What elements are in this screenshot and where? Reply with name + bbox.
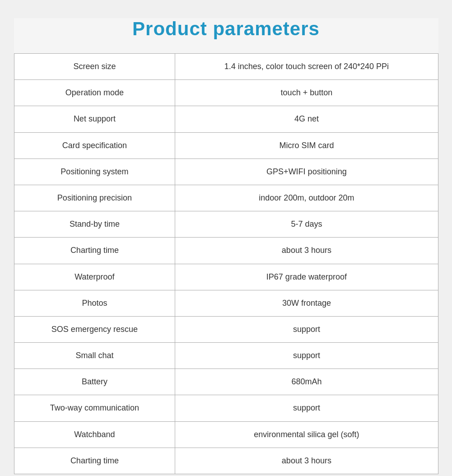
- table-row: Positioning systemGPS+WIFI positioning: [14, 159, 438, 185]
- row-label: Photos: [14, 290, 175, 316]
- table-row: Two-way communicationsupport: [14, 395, 438, 421]
- table-row: Positioning precisionindoor 200m, outdoo…: [14, 185, 438, 211]
- row-label: Small chat: [14, 343, 175, 369]
- row-label: Stand-by time: [14, 211, 175, 238]
- row-value: environmental silica gel (soft): [175, 421, 438, 448]
- row-label: Screen size: [14, 54, 175, 80]
- table-row: Charting timeabout 3 hours: [14, 448, 438, 474]
- row-label: Waterproof: [14, 264, 175, 290]
- row-value: touch + button: [175, 80, 438, 106]
- table-row: Operation modetouch + button: [14, 80, 438, 106]
- row-value: 30W frontage: [175, 290, 438, 316]
- row-value: support: [175, 343, 438, 369]
- table-row: Screen size1.4 inches, color touch scree…: [14, 54, 438, 80]
- row-value: IP67 grade waterproof: [175, 264, 438, 290]
- table-row: Stand-by time5-7 days: [14, 211, 438, 238]
- row-value: GPS+WIFI positioning: [175, 159, 438, 185]
- table-row: WaterproofIP67 grade waterproof: [14, 264, 438, 290]
- row-label: Net support: [14, 106, 175, 132]
- row-label: Card specification: [14, 132, 175, 159]
- row-label: Watchband: [14, 421, 175, 448]
- row-label: Battery: [14, 369, 175, 395]
- row-label: Positioning system: [14, 159, 175, 185]
- row-value: about 3 hours: [175, 238, 438, 264]
- page-title: Product parameters: [14, 18, 438, 40]
- row-value: 1.4 inches, color touch screen of 240*24…: [175, 54, 438, 80]
- table-row: Small chatsupport: [14, 343, 438, 369]
- row-value: 680mAh: [175, 369, 438, 395]
- page-container: Product parameters Screen size1.4 inches…: [14, 18, 438, 474]
- row-label: Positioning precision: [14, 185, 175, 211]
- row-value: support: [175, 316, 438, 342]
- row-label: Operation mode: [14, 80, 175, 106]
- table-row: Card specificationMicro SIM card: [14, 132, 438, 159]
- row-label: Two-way communication: [14, 395, 175, 421]
- table-row: Charting timeabout 3 hours: [14, 238, 438, 264]
- params-table: Screen size1.4 inches, color touch scree…: [14, 53, 438, 474]
- row-value: 4G net: [175, 106, 438, 132]
- row-value: Micro SIM card: [175, 132, 438, 159]
- row-label: Charting time: [14, 238, 175, 264]
- table-row: Watchbandenvironmental silica gel (soft): [14, 421, 438, 448]
- table-row: SOS emergency rescuesupport: [14, 316, 438, 342]
- row-label: Charting time: [14, 448, 175, 474]
- row-value: about 3 hours: [175, 448, 438, 474]
- table-row: Battery680mAh: [14, 369, 438, 395]
- row-value: indoor 200m, outdoor 20m: [175, 185, 438, 211]
- table-row: Net support4G net: [14, 106, 438, 132]
- row-label: SOS emergency rescue: [14, 316, 175, 342]
- row-value: support: [175, 395, 438, 421]
- table-row: Photos30W frontage: [14, 290, 438, 316]
- row-value: 5-7 days: [175, 211, 438, 238]
